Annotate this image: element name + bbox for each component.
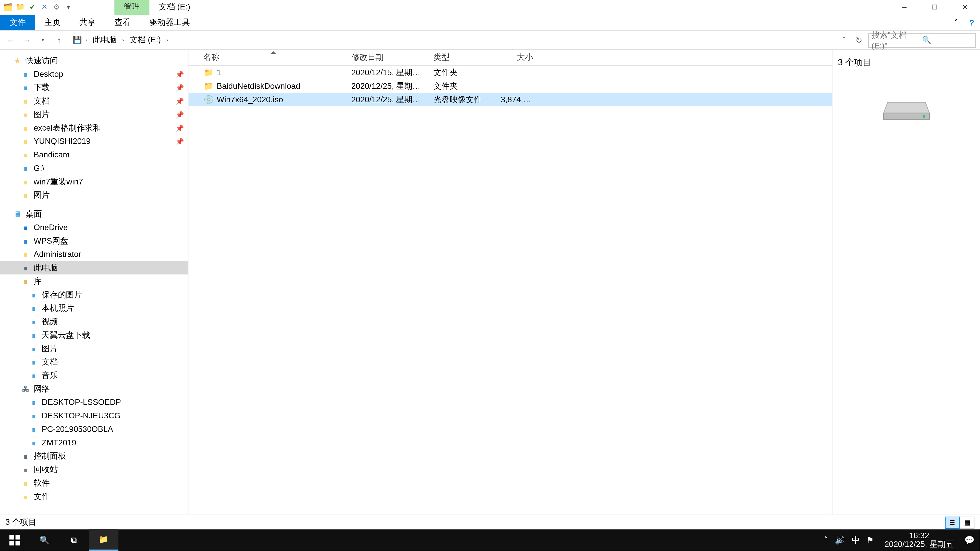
tree-item-label: excel表格制作求和 (34, 122, 101, 134)
taskbar-clock[interactable]: 16:32 2020/12/25, 星期五 (880, 531, 958, 549)
tree-item[interactable]: ∎ 图片 (0, 188, 188, 202)
column-name[interactable]: 名称 (199, 52, 347, 63)
forward-button[interactable]: → (20, 33, 34, 47)
start-button[interactable] (0, 529, 30, 551)
tree-label: 桌面 (25, 208, 41, 220)
qat-dropdown-icon[interactable]: ▾ (63, 2, 74, 13)
ribbon-expand-icon[interactable]: ˅ (948, 15, 964, 30)
tree-item[interactable]: ∎ Administrator (0, 248, 188, 261)
tree-item[interactable]: ∎ 控制面板 (0, 449, 188, 463)
tree-item-icon: ∎ (28, 424, 39, 434)
tree-item[interactable]: ∎ PC-20190530OBLA (0, 422, 188, 436)
main-area: ★ 快速访问 ∎ Desktop 📌 ∎ 下载 📌 ∎ 文档 📌 ∎ 图片 📌 … (0, 50, 980, 514)
tree-item-icon: ∎ (20, 68, 31, 79)
close-blue-icon[interactable]: ✕ (39, 2, 50, 13)
tree-item-icon: ∎ (20, 222, 31, 233)
tree-item[interactable]: ∎ 天翼云盘下载 (0, 328, 188, 342)
file-row[interactable]: 💿 Win7x64_2020.iso 2020/12/25, 星期五 1... … (188, 93, 832, 106)
minimize-button[interactable]: ─ (889, 0, 919, 14)
pin-icon: 📌 (176, 97, 184, 105)
tree-item[interactable]: ∎ OneDrive (0, 221, 188, 234)
tree-item-label: 此电脑 (34, 262, 58, 273)
notification-flag-icon[interactable]: ⚑ (866, 535, 874, 545)
tree-quick-access[interactable]: ★ 快速访问 (0, 54, 188, 67)
icons-view-button[interactable]: ▦ (959, 516, 974, 528)
tree-item[interactable]: ∎ 此电脑 (0, 261, 188, 275)
chevron-right-icon[interactable]: › (84, 37, 89, 43)
crumb-drive[interactable]: 文档 (E:) (127, 33, 164, 47)
help-icon[interactable]: ? (964, 15, 980, 30)
search-icon[interactable]: 🔍 (922, 36, 973, 44)
tree-item[interactable]: ∎ excel表格制作求和 📌 (0, 121, 188, 135)
action-center-icon[interactable]: 💬 (964, 535, 975, 545)
tray-expand-icon[interactable]: ˄ (824, 535, 828, 545)
check-icon[interactable]: ✔ (27, 2, 38, 13)
tree-item[interactable]: ∎ 库 (0, 275, 188, 288)
address-dropdown-icon[interactable]: ˅ (837, 33, 851, 47)
explorer-task-button[interactable]: 📁 (89, 529, 118, 551)
recent-locations-icon[interactable]: ▾ (36, 33, 50, 47)
back-button[interactable]: ← (4, 33, 18, 47)
ribbon-tab-drive-tools[interactable]: 驱动器工具 (140, 15, 199, 30)
tree-item[interactable]: ∎ win7重装win7 (0, 175, 188, 189)
tree-item[interactable]: ∎ 视频 (0, 315, 188, 328)
file-list: 名称 修改日期 类型 大小 📁 1 2020/12/15, 星期二 1... 文… (188, 50, 832, 514)
navigation-pane[interactable]: ★ 快速访问 ∎ Desktop 📌 ∎ 下载 📌 ∎ 文档 📌 ∎ 图片 📌 … (0, 50, 188, 514)
pin-icon: 📌 (176, 70, 184, 78)
ime-icon[interactable]: 中 (852, 534, 860, 546)
tree-network[interactable]: 🖧 网络 (0, 382, 188, 395)
refresh-button[interactable]: ↻ (852, 33, 865, 47)
tree-item-label: 本机照片 (41, 302, 74, 314)
tree-item[interactable]: ∎ 图片 📌 (0, 108, 188, 121)
gear-icon[interactable]: ⚙ (51, 2, 62, 13)
tree-item[interactable]: ∎ YUNQISHI2019 📌 (0, 135, 188, 148)
tree-item-label: YUNQISHI2019 (34, 137, 91, 146)
tree-item[interactable]: ∎ Bandicam (0, 148, 188, 162)
ribbon-tab-home[interactable]: 主页 (35, 15, 70, 30)
file-row[interactable]: 📁 1 2020/12/15, 星期二 1... 文件夹 (188, 66, 832, 79)
column-date[interactable]: 修改日期 (347, 52, 430, 63)
tree-item[interactable]: ∎ 文档 📌 (0, 94, 188, 108)
window-controls: ─ ☐ ✕ (889, 0, 980, 14)
file-row[interactable]: 📁 BaiduNetdiskDownload 2020/12/25, 星期五 1… (188, 79, 832, 93)
breadcrumb[interactable]: 💾 › 此电脑 › 文档 (E:) › (68, 32, 835, 48)
tree-item[interactable]: ∎ 保存的图片 (0, 288, 188, 302)
tree-item[interactable]: ∎ DESKTOP-LSSOEDP (0, 395, 188, 409)
up-button[interactable]: ↑ (52, 33, 66, 47)
column-type[interactable]: 类型 (429, 52, 496, 63)
tree-item[interactable]: ∎ Desktop 📌 (0, 67, 188, 81)
column-size[interactable]: 大小 (496, 52, 537, 63)
tree-item[interactable]: ∎ 文档 (0, 355, 188, 368)
crumb-this-pc[interactable]: 此电脑 (90, 33, 119, 47)
search-task-button[interactable]: 🔍 (30, 529, 59, 551)
close-button[interactable]: ✕ (950, 0, 980, 14)
tree-item[interactable]: ∎ 下载 📌 (0, 81, 188, 94)
tree-item[interactable]: ∎ DESKTOP-NJEU3CG (0, 409, 188, 422)
task-view-button[interactable]: ⧉ (59, 529, 89, 551)
file-rows[interactable]: 📁 1 2020/12/15, 星期二 1... 文件夹 📁 BaiduNetd… (188, 66, 832, 514)
folder-qat-icon[interactable]: 📁 (15, 2, 25, 13)
ribbon-tab-view[interactable]: 查看 (105, 15, 140, 30)
search-input[interactable]: 搜索"文档 (E:)" 🔍 (868, 33, 976, 48)
contextual-tab-manage[interactable]: 管理 (115, 0, 149, 15)
chevron-right-icon[interactable]: › (165, 37, 169, 43)
tree-item[interactable]: ∎ ZMT2019 (0, 436, 188, 449)
ribbon-tab-file[interactable]: 文件 (0, 15, 35, 30)
tree-item[interactable]: ∎ 图片 (0, 342, 188, 355)
tree-item[interactable]: ∎ 本机照片 (0, 301, 188, 315)
maximize-button[interactable]: ☐ (919, 0, 950, 14)
tree-item[interactable]: ∎ G:\ (0, 162, 188, 175)
chevron-right-icon[interactable]: › (121, 37, 126, 43)
tree-item[interactable]: ∎ WPS网盘 (0, 234, 188, 248)
volume-icon[interactable]: 🔊 (835, 535, 845, 545)
tree-item[interactable]: ∎ 软件 (0, 476, 188, 490)
tree-item[interactable]: ∎ 音乐 (0, 368, 188, 382)
quick-access-toolbar: 🗂️ 📁 ✔ ✕ ⚙ ▾ (0, 2, 74, 13)
ribbon-tab-share[interactable]: 共享 (70, 15, 105, 30)
tree-desktop[interactable]: 🖥 桌面 (0, 207, 188, 221)
tree-item-label: Administrator (34, 249, 81, 259)
tree-item[interactable]: ∎ 回收站 (0, 463, 188, 476)
tree-item-label: DESKTOP-NJEU3CG (41, 411, 121, 421)
details-view-button[interactable]: ☰ (945, 516, 959, 528)
tree-item[interactable]: ∎ 文件 (0, 490, 188, 503)
